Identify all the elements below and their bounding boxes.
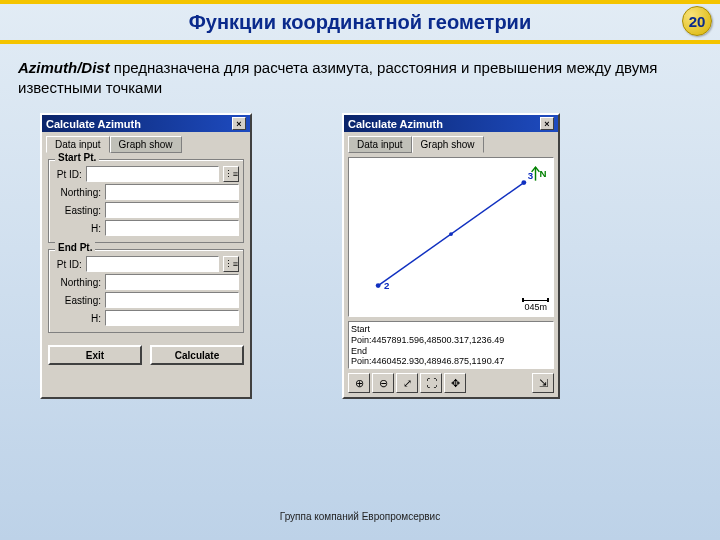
label-ptid: Pt ID:: [53, 169, 82, 180]
group-legend: Start Pt.: [55, 152, 99, 163]
calculate-button[interactable]: Calculate: [150, 345, 244, 365]
end-easting-input[interactable]: [105, 292, 239, 308]
calculate-azimuth-graph-window: Calculate Azimuth × Data input Graph sho…: [342, 113, 560, 399]
svg-point-2: [521, 180, 526, 185]
calculate-azimuth-input-window: Calculate Azimuth × Data input Graph sho…: [40, 113, 252, 399]
end-northing-input[interactable]: [105, 274, 239, 290]
start-northing-input[interactable]: [105, 184, 239, 200]
export-icon[interactable]: ⇲: [532, 373, 554, 393]
azimuth-plot: 2 3 N 045m: [348, 157, 554, 317]
label-easting: Easting:: [53, 295, 101, 306]
close-icon[interactable]: ×: [540, 117, 554, 130]
window-title: Calculate Azimuth: [348, 118, 443, 130]
zoom-in-icon[interactable]: ⊕: [348, 373, 370, 393]
tab-data-input[interactable]: Data input: [348, 136, 412, 153]
end-point-group: End Pt. Pt ID: ⋮≡ Northing: Easting: H:: [48, 249, 244, 333]
start-h-input[interactable]: [105, 220, 239, 236]
svg-point-3: [449, 232, 453, 236]
north-label: N: [539, 168, 546, 179]
zoom-window-icon[interactable]: ⛶: [420, 373, 442, 393]
function-name: Azimuth/Dist: [18, 59, 110, 76]
start-ptid-input[interactable]: [86, 166, 219, 182]
browse-start-point-icon[interactable]: ⋮≡: [223, 166, 239, 182]
start-point-group: Start Pt. Pt ID: ⋮≡ Northing: Easting: H…: [48, 159, 244, 243]
point-label-2: 2: [384, 280, 390, 291]
label-ptid: Pt ID:: [53, 259, 82, 270]
label-northing: Northing:: [53, 277, 101, 288]
label-easting: Easting:: [53, 205, 101, 216]
zoom-extents-icon[interactable]: ⤢: [396, 373, 418, 393]
zoom-out-icon[interactable]: ⊖: [372, 373, 394, 393]
scale-bar: 045m: [524, 300, 547, 312]
browse-end-point-icon[interactable]: ⋮≡: [223, 256, 239, 272]
page-number-badge: 20: [682, 6, 712, 36]
result-readout: Start Poin:4457891.596,48500.317,1236.49…: [348, 321, 554, 369]
tab-data-input[interactable]: Data input: [46, 136, 110, 153]
page-title: Функции координатной геометрии: [189, 11, 531, 34]
tab-graph-show[interactable]: Graph show: [412, 136, 484, 153]
window-title: Calculate Azimuth: [46, 118, 141, 130]
footer-text: Группа компаний Европромсервис: [0, 511, 720, 522]
start-easting-input[interactable]: [105, 202, 239, 218]
label-h: H:: [53, 313, 101, 324]
close-icon[interactable]: ×: [232, 117, 246, 130]
label-northing: Northing:: [53, 187, 101, 198]
end-ptid-input[interactable]: [86, 256, 219, 272]
tab-graph-show[interactable]: Graph show: [110, 136, 182, 153]
description: Azimuth/Dist предназначена для расчета а…: [0, 44, 720, 113]
exit-button[interactable]: Exit: [48, 345, 142, 365]
pan-icon[interactable]: ✥: [444, 373, 466, 393]
group-legend: End Pt.: [55, 242, 95, 253]
end-h-input[interactable]: [105, 310, 239, 326]
svg-point-1: [376, 283, 381, 288]
label-h: H:: [53, 223, 101, 234]
